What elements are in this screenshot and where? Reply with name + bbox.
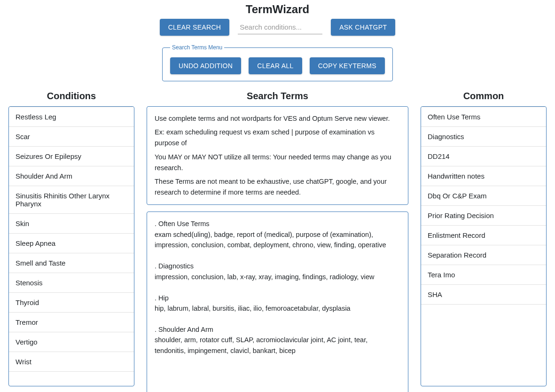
search-terms-menu: Search Terms Menu UNDO ADDITION CLEAR AL… bbox=[162, 44, 393, 81]
common-item[interactable]: Handwritten notes bbox=[421, 166, 546, 186]
condition-item[interactable]: Vertigo bbox=[9, 332, 134, 352]
condition-item[interactable]: Restless Leg bbox=[9, 107, 134, 127]
common-item[interactable]: DD214 bbox=[421, 147, 546, 166]
instruction-line: These Terms are not meant to be exhausti… bbox=[155, 176, 400, 198]
common-item[interactable]: Diagnostics bbox=[421, 127, 546, 147]
terms-output: . Often Use Terms exam sched(uling), bad… bbox=[147, 212, 408, 392]
condition-item[interactable]: Sinusitis Rhinitis Other Larynx Pharynx bbox=[9, 186, 134, 214]
condition-item[interactable]: Sleep Apnea bbox=[9, 234, 134, 253]
condition-item[interactable]: Smell and Taste bbox=[9, 253, 134, 273]
condition-item[interactable]: Skin bbox=[9, 214, 134, 234]
conditions-list[interactable]: Restless LegScarSeizures Or EpilepsyShou… bbox=[8, 106, 134, 386]
clear-search-button[interactable]: CLEAR SEARCH bbox=[160, 19, 230, 36]
instruction-line: Ex: exam scheduling request vs exam sche… bbox=[155, 127, 400, 149]
search-input[interactable] bbox=[238, 20, 322, 34]
common-item[interactable]: Often Use Terms bbox=[421, 107, 546, 127]
common-item[interactable]: SHA bbox=[421, 285, 546, 305]
search-terms-heading: Search Terms bbox=[147, 91, 408, 102]
condition-item[interactable]: Seizures Or Epilepsy bbox=[9, 147, 134, 166]
common-item[interactable]: Enlistment Record bbox=[421, 226, 546, 245]
search-terms-menu-legend: Search Terms Menu bbox=[170, 44, 224, 51]
conditions-heading: Conditions bbox=[8, 91, 134, 102]
common-item[interactable]: Tera Imo bbox=[421, 265, 546, 285]
instruction-line: You MAY or MAY NOT utilize all terms: Yo… bbox=[155, 152, 400, 173]
condition-item[interactable]: Stenosis bbox=[9, 273, 134, 293]
instructions-panel: Use complete terms and not wordparts for… bbox=[147, 106, 408, 205]
common-list: Often Use TermsDiagnosticsDD214Handwritt… bbox=[421, 106, 547, 386]
condition-item[interactable]: Scar bbox=[9, 127, 134, 147]
common-heading: Common bbox=[421, 91, 547, 102]
undo-addition-button[interactable]: UNDO ADDITION bbox=[170, 57, 241, 74]
ask-chatgpt-button[interactable]: ASK CHATGPT bbox=[331, 19, 395, 36]
condition-item[interactable]: Wrist bbox=[9, 352, 134, 372]
common-item[interactable]: Separation Record bbox=[421, 245, 546, 265]
condition-item[interactable]: Thyroid bbox=[9, 293, 134, 313]
common-item[interactable]: Dbq Or C&P Exam bbox=[421, 186, 546, 206]
top-controls: CLEAR SEARCH ASK CHATGPT bbox=[0, 19, 555, 36]
condition-item[interactable]: Shoulder And Arm bbox=[9, 166, 134, 186]
app-title: TermWizard bbox=[0, 0, 555, 19]
copy-keyterms-button[interactable]: COPY KEYTERMS bbox=[310, 57, 385, 74]
instruction-line: Use complete terms and not wordparts for… bbox=[155, 113, 400, 124]
clear-all-button[interactable]: CLEAR ALL bbox=[249, 57, 302, 74]
condition-item[interactable]: Tremor bbox=[9, 313, 134, 332]
common-item[interactable]: Prior Rating Decision bbox=[421, 206, 546, 226]
